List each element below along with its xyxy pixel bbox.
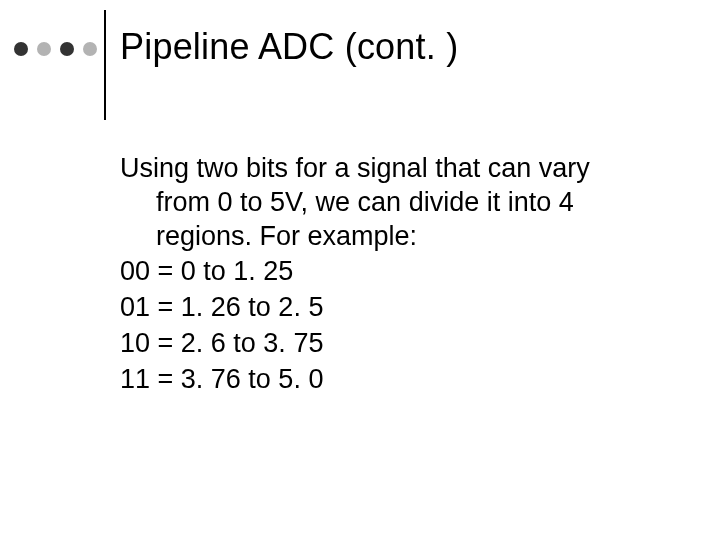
bullet-icon xyxy=(14,42,28,56)
vertical-rule xyxy=(104,10,106,120)
list-item: 10 = 2. 6 to 3. 75 xyxy=(120,327,640,361)
page-title: Pipeline ADC (cont. ) xyxy=(120,26,458,68)
bullet-icon xyxy=(60,42,74,56)
text-line: regions. For example: xyxy=(120,220,640,254)
text-line: Using two bits for a signal that can var… xyxy=(120,152,640,186)
list-item: 11 = 3. 76 to 5. 0 xyxy=(120,363,640,397)
text-line: from 0 to 5V, we can divide it into 4 xyxy=(120,186,640,220)
body-text: Using two bits for a signal that can var… xyxy=(120,152,640,396)
region-list: 00 = 0 to 1. 25 01 = 1. 26 to 2. 5 10 = … xyxy=(120,255,640,396)
slide: Pipeline ADC (cont. ) Using two bits for… xyxy=(0,0,720,540)
bullet-icon xyxy=(83,42,97,56)
bullet-row xyxy=(14,42,97,56)
bullet-icon xyxy=(37,42,51,56)
list-item: 00 = 0 to 1. 25 xyxy=(120,255,640,289)
list-item: 01 = 1. 26 to 2. 5 xyxy=(120,291,640,325)
intro-paragraph: Using two bits for a signal that can var… xyxy=(120,152,640,253)
